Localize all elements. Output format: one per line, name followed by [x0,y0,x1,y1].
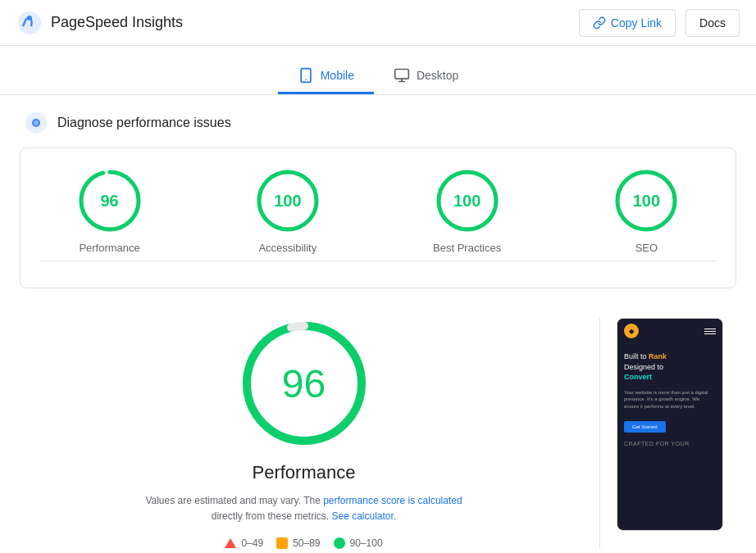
orange-square-icon [276,537,288,549]
big-score-label: Performance [253,462,356,483]
svg-point-9 [34,120,39,125]
vertical-divider [599,318,600,549]
red-triangle-icon [225,538,236,548]
legend-item-green: 90–100 [334,537,383,549]
calculator-link[interactable]: See calculator. [332,510,397,522]
tabs-container: Mobile Desktop [0,46,756,95]
preview-headline-convert: Convert [624,373,652,381]
copy-link-button[interactable]: Copy Link [579,9,676,37]
preview-headline-part2: Designed to [624,363,663,371]
header-right: Copy Link Docs [579,9,740,37]
big-score-circle: 96 [239,318,370,449]
score-number-3: 100 [633,192,660,211]
svg-point-1 [27,16,32,20]
score-label-0: Performance [79,242,139,254]
svg-rect-2 [301,69,311,83]
preview-headline: Built to Rank Designed to Convert [624,351,716,383]
score-label-1: Accessibility [258,242,317,254]
header: PageSpeed Insights Copy Link Docs [0,0,756,46]
diagnose-text: Diagnose performance issues [57,116,231,130]
score-number-2: 100 [453,192,480,211]
diagnose-icon [25,111,48,134]
score-circle-1: 100 [255,168,321,233]
menu-line-1 [704,329,716,329]
score-cards-wrapper: 96 Performance 100 Accessibility 100 Bes… [20,147,736,288]
diagnose-section: Diagnose performance issues [0,95,756,147]
preview-headline-rank: Rank [649,352,667,360]
score-circle-3: 100 [613,168,679,233]
app-title: PageSpeed Insights [51,14,183,31]
website-preview: ◆ Built to Rank Designed to Convert Your… [617,318,723,531]
menu-line-3 [704,333,716,334]
tab-mobile[interactable]: Mobile [278,59,374,94]
legend-orange-range: 50–89 [293,537,320,549]
preview-footer-text: CRAFTED FOR YOUR [624,441,716,446]
header-left: PageSpeed Insights [16,10,183,36]
preview-subtext: Your website is more than just a digital… [624,389,716,410]
score-cards: 96 Performance 100 Accessibility 100 Bes… [20,168,736,254]
preview-logo-icon: ◆ [624,324,639,338]
score-card-seo: 100 SEO [613,168,679,254]
green-circle-icon [334,537,345,549]
score-card-accessibility: 100 Accessibility [255,168,321,254]
link-icon [593,16,606,29]
score-number-1: 100 [274,192,301,211]
score-number-0: 96 [100,192,118,211]
mobile-icon [298,67,314,84]
notes-middle: directly from these metrics. [212,510,329,522]
score-cards-divider [40,261,716,261]
main-content: 96 Performance Values are estimated and … [0,301,756,553]
desktop-icon [394,67,410,84]
right-panel: ◆ Built to Rank Designed to Convert Your… [617,318,731,549]
notes-text: Values are estimated and may vary. The p… [145,493,462,524]
legend-green-range: 90–100 [350,537,383,549]
score-card-performance: 96 Performance [77,168,143,254]
preview-menu-icon [704,329,716,334]
preview-topbar: ◆ [617,319,722,343]
docs-button[interactable]: Docs [685,9,740,37]
performance-score-link[interactable]: performance score is calculated [323,495,462,506]
score-circle-2: 100 [435,168,500,233]
preview-headline-part1: Built to [624,352,647,360]
menu-line-2 [704,331,716,332]
pagespeed-logo-icon [16,10,43,36]
svg-point-0 [18,11,41,34]
left-panel: 96 Performance Values are estimated and … [25,318,583,549]
tab-desktop[interactable]: Desktop [374,59,478,94]
preview-content: Built to Rank Designed to Convert Your w… [617,343,722,455]
notes-prefix: Values are estimated and may vary. The [145,495,320,506]
legend-red-range: 0–49 [241,537,263,549]
legend-item-orange: 50–89 [276,537,320,549]
score-circle-0: 96 [77,168,143,233]
preview-cta-button: Get Started [624,421,666,433]
svg-rect-4 [395,70,409,79]
score-label-3: SEO [635,242,658,254]
big-score-number: 96 [282,361,326,406]
legend-item-red: 0–49 [225,537,263,549]
legend: 0–49 50–89 90–100 [225,537,382,549]
score-card-best-practices: 100 Best Practices [433,168,501,254]
score-label-2: Best Practices [433,242,501,254]
